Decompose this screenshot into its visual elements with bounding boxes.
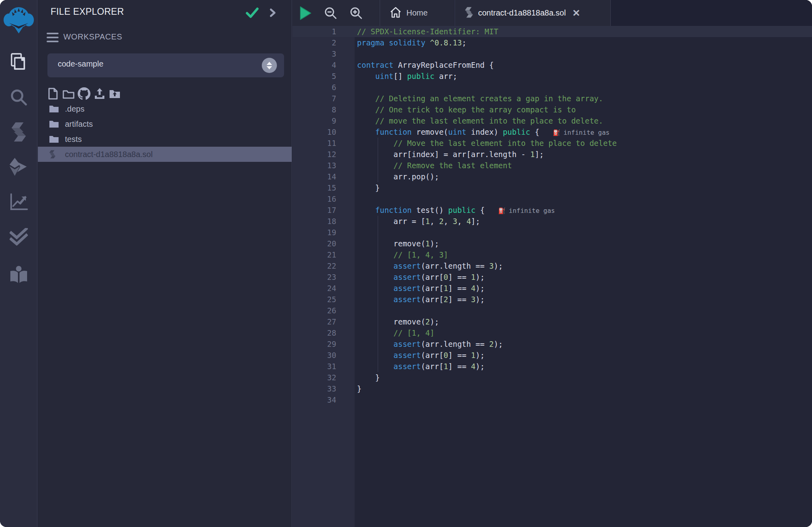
file-explorer-icon[interactable]	[0, 52, 37, 71]
remix-ide-window: FILE EXPLORER WORKSPACES code-sample	[0, 0, 812, 527]
code-line[interactable]: 10 function remove(uint index) public {⛽…	[292, 126, 812, 138]
workspaces-menu-icon[interactable]	[47, 33, 59, 43]
code-line[interactable]: 20 remove(1);	[292, 238, 812, 249]
indent-guide	[378, 171, 378, 182]
code-line[interactable]: 17 function test() public {⛽infinite gas	[292, 205, 812, 216]
code-line[interactable]: 7 // Deleting an element creates a gap i…	[292, 93, 812, 104]
code-line[interactable]: 1// SPDX-License-Identifier: MIT	[292, 26, 812, 37]
infinite-gas-badge: ⛽infinite gas	[553, 129, 610, 136]
upload-folder-icon[interactable]	[109, 86, 121, 101]
code-line[interactable]: 16	[292, 193, 812, 205]
code-line[interactable]: 34	[292, 394, 812, 405]
tree-item-label: contract-d1a8818a8a.sol	[65, 150, 153, 159]
panel-expand-chevron-icon[interactable]	[269, 7, 277, 20]
code-line[interactable]: 14 arr.pop();	[292, 171, 812, 182]
workspace-select[interactable]: code-sample	[47, 53, 284, 77]
code-editor[interactable]: 1// SPDX-License-Identifier: MIT2pragma …	[292, 26, 812, 527]
code-line[interactable]: 32 }	[292, 372, 812, 383]
code-line[interactable]: 8 // One trick to keep the array compact…	[292, 104, 812, 115]
upload-file-icon[interactable]	[94, 86, 106, 101]
zoom-in-icon[interactable]	[343, 0, 369, 26]
code-line[interactable]: 6	[292, 82, 812, 93]
indent-guide	[378, 271, 378, 283]
tree-folder-row[interactable]: tests	[38, 132, 292, 147]
line-content: // Remove the last element	[355, 160, 812, 171]
solidity-file-icon	[465, 7, 473, 20]
tab-contract-file[interactable]: contract-d1a8818a8a.sol ✕	[455, 0, 611, 26]
line-number: 5	[292, 71, 355, 82]
line-number: 9	[292, 115, 355, 126]
line-content	[355, 394, 812, 405]
workspace-sort-icon[interactable]	[262, 58, 277, 73]
code-lines: 1// SPDX-License-Identifier: MIT2pragma …	[292, 26, 812, 405]
line-content: assert(arr[0] == 1);	[355, 350, 812, 361]
new-file-icon[interactable]	[48, 86, 58, 101]
search-icon[interactable]	[0, 88, 37, 107]
line-number: 6	[292, 82, 355, 93]
code-line[interactable]: 27 remove(2);	[292, 316, 812, 327]
code-line[interactable]: 5 uint[] public arr;	[292, 71, 812, 82]
tree-file-row[interactable]: contract-d1a8818a8a.sol	[38, 147, 292, 162]
code-line[interactable]: 9 // move the last element into the plac…	[292, 115, 812, 126]
line-content: }	[355, 182, 812, 193]
new-folder-icon[interactable]	[63, 86, 75, 101]
code-line[interactable]: 11 // Move the last element into the pla…	[292, 138, 812, 149]
line-content: contract ArrayReplaceFromEnd {	[355, 59, 812, 71]
code-line[interactable]: 13 // Remove the last element	[292, 160, 812, 171]
code-line[interactable]: 3	[292, 48, 812, 59]
infinite-gas-badge: ⛽infinite gas	[498, 207, 555, 214]
line-content: function remove(uint index) public {⛽inf…	[355, 126, 812, 138]
code-line[interactable]: 12 arr[index] = arr[arr.length - 1];	[292, 149, 812, 160]
line-number: 28	[292, 327, 355, 338]
code-line[interactable]: 33}	[292, 383, 812, 394]
run-script-button[interactable]	[292, 0, 318, 26]
line-number: 21	[292, 249, 355, 260]
code-line[interactable]: 24 assert(arr[1] == 4);	[292, 283, 812, 294]
code-line[interactable]: 19	[292, 227, 812, 238]
line-number: 33	[292, 383, 355, 394]
code-line[interactable]: 26	[292, 305, 812, 316]
tree-folder-row[interactable]: .deps	[38, 101, 292, 116]
deploy-run-icon[interactable]	[0, 157, 37, 177]
github-icon[interactable]	[78, 86, 90, 101]
indent-guide	[378, 138, 378, 149]
indent-guide	[378, 361, 378, 372]
folder-icon	[49, 104, 59, 113]
line-content	[355, 305, 812, 316]
code-line[interactable]: 23 assert(arr[0] == 1);	[292, 271, 812, 283]
code-line[interactable]: 15 }	[292, 182, 812, 193]
code-line[interactable]: 2pragma solidity ^0.8.13;	[292, 37, 812, 48]
unit-testing-icon[interactable]	[0, 227, 37, 246]
analysis-icon[interactable]	[0, 193, 37, 212]
solidity-compiler-icon[interactable]	[0, 122, 37, 142]
code-line[interactable]: 4contract ArrayReplaceFromEnd {	[292, 59, 812, 71]
editor-area: Home contract-d1a8818a8a.sol ✕ 1// SPDX-…	[292, 0, 812, 527]
line-content: function test() public {⛽infinite gas	[355, 205, 812, 216]
code-line[interactable]: 29 assert(arr.length == 2);	[292, 338, 812, 350]
indent-guide	[378, 238, 378, 249]
line-number: 14	[292, 171, 355, 182]
code-line[interactable]: 25 assert(arr[2] == 3);	[292, 294, 812, 305]
code-line[interactable]: 28 // [1, 4]	[292, 327, 812, 338]
line-content: pragma solidity ^0.8.13;	[355, 37, 812, 48]
line-content: // One trick to keep the array compact i…	[355, 104, 812, 115]
zoom-out-icon[interactable]	[318, 0, 343, 26]
line-content: remove(1);	[355, 238, 812, 249]
code-line[interactable]: 21 // [1, 4, 3]	[292, 249, 812, 260]
line-number: 13	[292, 160, 355, 171]
remix-logo-icon[interactable]	[3, 2, 34, 36]
close-tab-icon[interactable]: ✕	[572, 8, 580, 18]
learneth-icon[interactable]	[0, 265, 37, 284]
code-line[interactable]: 31 assert(arr[1] == 4);	[292, 361, 812, 372]
line-number: 11	[292, 138, 355, 149]
line-number: 32	[292, 372, 355, 383]
line-number: 25	[292, 294, 355, 305]
code-line[interactable]: 30 assert(arr[0] == 1);	[292, 350, 812, 361]
tree-folder-row[interactable]: artifacts	[38, 116, 292, 132]
line-number: 16	[292, 193, 355, 205]
tab-home[interactable]: Home	[380, 0, 454, 26]
line-number: 20	[292, 238, 355, 249]
code-line[interactable]: 22 assert(arr.length == 3);	[292, 260, 812, 271]
code-line[interactable]: 18 arr = [1, 2, 3, 4];	[292, 216, 812, 227]
line-number: 3	[292, 48, 355, 59]
